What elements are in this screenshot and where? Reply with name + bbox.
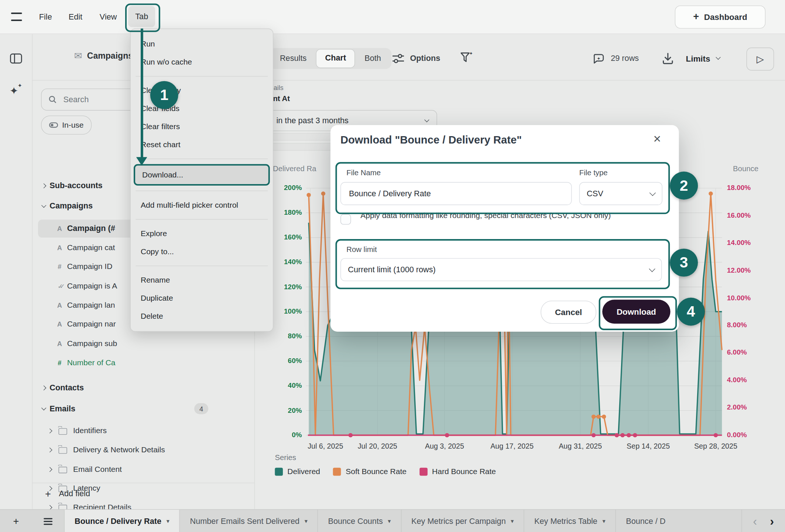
add-tab-button[interactable]: + bbox=[0, 510, 32, 532]
menu-item-delete[interactable]: Delete bbox=[131, 307, 273, 325]
close-icon[interactable]: × bbox=[653, 132, 661, 145]
options-button[interactable]: Options bbox=[392, 48, 440, 69]
caret-down-icon: ▾ bbox=[602, 518, 605, 525]
format-note: Apply data formatting like rounding, spe… bbox=[360, 210, 648, 221]
worksheet-tab-bounce-d[interactable]: Bounce / D bbox=[616, 510, 676, 532]
menu-divider bbox=[136, 76, 268, 76]
worksheet-tab-bar: + Bounce / Delivery Rate▾Number Emails S… bbox=[0, 509, 785, 532]
download-dialog: Download "Bounce / Delivery Rate" × File… bbox=[330, 125, 679, 332]
row-count-indicator[interactable]: ✦ 29 rows bbox=[593, 48, 639, 69]
tab-list-icon[interactable] bbox=[32, 510, 64, 532]
menu-item-run[interactable]: Run bbox=[131, 35, 273, 53]
string-icon: A bbox=[55, 301, 64, 309]
menu-item-download-[interactable]: Download... bbox=[134, 164, 270, 186]
worksheet-tab-bounce-counts[interactable]: Bounce Counts▾ bbox=[318, 510, 401, 532]
view-tab-chart[interactable]: Chart bbox=[316, 49, 355, 68]
file-type-select[interactable]: CSV bbox=[579, 182, 662, 205]
tree-item-label: Campaign is A bbox=[67, 281, 117, 290]
tree-item-emails[interactable]: Emails4 bbox=[32, 399, 254, 418]
scroll-tabs-left-icon[interactable]: ‹ bbox=[753, 514, 757, 528]
worksheet-tab-key-metrics-table[interactable]: Key Metrics Table▾ bbox=[524, 510, 616, 532]
tick-label: 0% bbox=[273, 431, 302, 439]
new-dashboard-button[interactable]: + Dashboard bbox=[675, 6, 765, 28]
menu-item-edit[interactable]: Edit bbox=[69, 10, 82, 24]
annotation-step-3: 3 bbox=[670, 249, 698, 277]
menu-item-clear-filters[interactable]: Clear filters bbox=[131, 118, 273, 136]
file-name-input[interactable] bbox=[340, 182, 572, 205]
tree-item-email-content[interactable]: Email Content bbox=[32, 460, 254, 479]
tick-label: 60% bbox=[273, 356, 302, 365]
folder-icon bbox=[59, 447, 67, 453]
folder-icon bbox=[59, 466, 67, 473]
menu-item-reset-chart[interactable]: Reset chart bbox=[131, 135, 273, 153]
menu-item-duplicate[interactable]: Duplicate bbox=[131, 289, 273, 307]
tree-item-label: Sub-accounts bbox=[49, 181, 102, 190]
worksheet-tab-key-metrics-per-campaign[interactable]: Key Metrics per Campaign▾ bbox=[401, 510, 524, 532]
menu-item-file[interactable]: File bbox=[39, 10, 52, 24]
worksheet-tab-bounce-delivery-rate[interactable]: Bounce / Delivery Rate▾ bbox=[64, 510, 180, 532]
limits-dropdown[interactable]: Limits bbox=[686, 48, 720, 69]
caret-down-icon: ▾ bbox=[167, 518, 169, 525]
menu-item-run-w-o-cache[interactable]: Run w/o cache bbox=[131, 53, 273, 71]
caret-down-icon: ▾ bbox=[511, 518, 514, 525]
svg-text:✦: ✦ bbox=[469, 51, 473, 56]
in-use-filter-pill[interactable]: In-use bbox=[41, 115, 92, 135]
limits-label: Limits bbox=[686, 54, 710, 63]
file-name-value[interactable] bbox=[348, 189, 564, 198]
tab-label: Bounce / Delivery Rate bbox=[75, 517, 161, 526]
add-field-button[interactable]: + Add field bbox=[32, 484, 254, 504]
left-icon-rail: ✦✦ bbox=[0, 34, 32, 509]
menu-item-add-multi-field-picker-control[interactable]: Add multi-field picker control bbox=[131, 196, 273, 214]
tab-label: Bounce Counts bbox=[328, 517, 383, 526]
run-query-button[interactable]: ▷ bbox=[747, 48, 774, 70]
caret-down-icon: ▾ bbox=[388, 518, 391, 525]
tick-label: 200% bbox=[273, 184, 302, 192]
collapse-sidebar-icon[interactable] bbox=[10, 52, 23, 65]
legend-item-soft-bounce-rate[interactable]: Soft Bounce Rate bbox=[333, 467, 407, 476]
scroll-tabs-right-icon[interactable]: › bbox=[770, 514, 774, 528]
divider bbox=[254, 80, 785, 80]
cancel-button[interactable]: Cancel bbox=[541, 301, 596, 324]
view-tab-results[interactable]: Results bbox=[271, 49, 315, 68]
ai-sparkle-icon[interactable]: ✦✦ bbox=[10, 85, 23, 98]
toggle-icon bbox=[49, 122, 58, 128]
menu-divider bbox=[136, 266, 268, 266]
string-icon: A bbox=[55, 244, 64, 251]
chevron-right-icon bbox=[47, 428, 52, 433]
tab-label: Bounce / D bbox=[626, 517, 665, 526]
menu-item-copy-to-[interactable]: Copy to... bbox=[131, 243, 273, 261]
tree-item-contacts[interactable]: Contacts bbox=[32, 378, 254, 397]
tick-label: 14.00% bbox=[727, 238, 762, 246]
download-results-icon[interactable] bbox=[662, 52, 674, 65]
row-limit-select[interactable]: Current limit (1000 rows) bbox=[340, 258, 662, 281]
legend-item-delivered[interactable]: Delivered bbox=[275, 467, 320, 476]
menu-divider bbox=[136, 191, 268, 191]
menu-item-rename[interactable]: Rename bbox=[131, 271, 273, 289]
tree-item-identifiers[interactable]: Identifiers bbox=[32, 421, 254, 441]
menu-divider bbox=[136, 159, 268, 159]
view-tab-both[interactable]: Both bbox=[356, 49, 390, 68]
chevron-right-icon bbox=[47, 447, 52, 452]
tick-label: 100% bbox=[273, 307, 302, 315]
menu-item-view[interactable]: View bbox=[100, 10, 117, 24]
legend-item-hard-bounce-rate[interactable]: Hard Bounce Rate bbox=[419, 467, 496, 476]
worksheet-tab-number-emails-sent-delivered[interactable]: Number Emails Sent Delivered▾ bbox=[180, 510, 318, 532]
tree-item-number-of-ca[interactable]: #Number of Ca bbox=[32, 353, 254, 372]
format-checkbox[interactable] bbox=[340, 214, 351, 224]
tree-item-campaign-sub[interactable]: ACampaign sub bbox=[32, 334, 254, 353]
filter-funnel-icon[interactable]: ✦ bbox=[460, 51, 474, 66]
tick-label: 40% bbox=[273, 381, 302, 389]
tick-label: 0.00% bbox=[727, 431, 762, 439]
menu-item-explore[interactable]: Explore bbox=[131, 225, 273, 243]
model-title: Campaigns bbox=[87, 51, 133, 61]
query-bubble-icon: ✦ bbox=[593, 52, 605, 65]
annotation-arrow-line bbox=[141, 28, 143, 158]
dashboard-button-label: Dashboard bbox=[704, 12, 747, 22]
tick-label: 4.00% bbox=[727, 376, 762, 384]
menu-item-tab[interactable]: Tab bbox=[128, 6, 155, 27]
download-button[interactable]: Download bbox=[602, 300, 670, 324]
tree-item-delivery-network-details[interactable]: Delivery & Network Details bbox=[32, 440, 254, 459]
tick-label: Aug 31, 2025 bbox=[548, 442, 613, 450]
tick-label: 6.00% bbox=[727, 348, 762, 356]
y-axis-left-title: Delivered Ra bbox=[273, 164, 316, 173]
